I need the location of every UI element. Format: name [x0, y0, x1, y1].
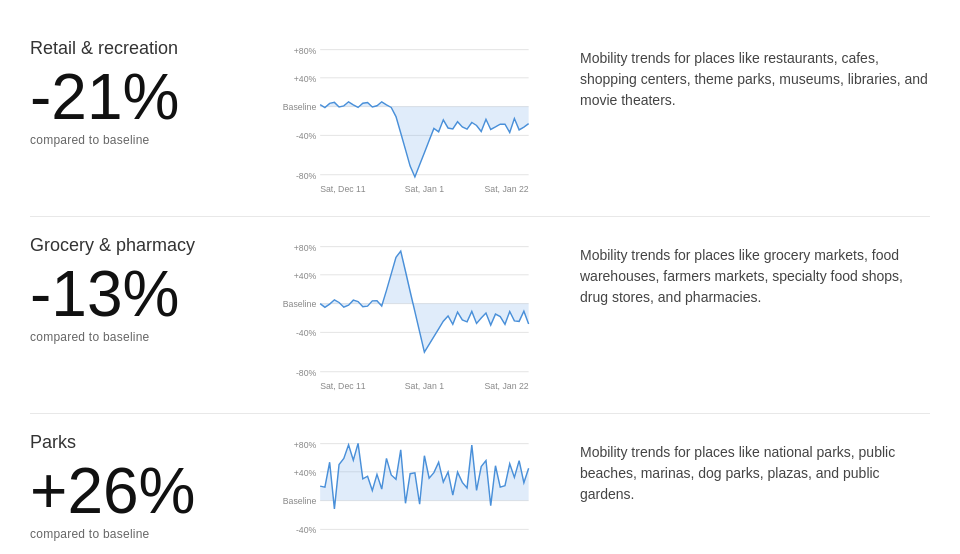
- chart-panel-retail: +80%+40%Baseline-40%-80%Sat, Dec 11Sat, …: [260, 38, 550, 198]
- section-title-grocery: Grocery & pharmacy: [30, 235, 250, 256]
- section-title-parks: Parks: [30, 432, 250, 453]
- chart-svg-retail: +80%+40%Baseline-40%-80%Sat, Dec 11Sat, …: [270, 38, 540, 198]
- svg-text:Sat, Jan 22: Sat, Jan 22: [485, 381, 529, 391]
- main-container: Retail & recreation -21% compared to bas…: [0, 0, 960, 554]
- right-panel-parks: Mobility trends for places like national…: [550, 432, 930, 505]
- compared-label-parks: compared to baseline: [30, 527, 250, 541]
- svg-text:+80%: +80%: [294, 46, 317, 56]
- svg-text:Sat, Jan 1: Sat, Jan 1: [405, 184, 444, 194]
- section-retail: Retail & recreation -21% compared to bas…: [30, 20, 930, 217]
- svg-text:Baseline: Baseline: [283, 299, 317, 309]
- svg-text:+80%: +80%: [294, 243, 317, 253]
- compared-label-retail: compared to baseline: [30, 133, 250, 147]
- chart-wrapper-grocery: +80%+40%Baseline-40%-80%Sat, Dec 11Sat, …: [270, 235, 540, 395]
- percentage-retail: -21%: [30, 65, 250, 129]
- svg-text:+80%: +80%: [294, 440, 317, 450]
- compared-label-grocery: compared to baseline: [30, 330, 250, 344]
- chart-svg-parks: +80%+40%Baseline-40%-80%Sat, Dec 11Sat, …: [270, 432, 540, 554]
- section-title-retail: Retail & recreation: [30, 38, 250, 59]
- chart-wrapper-retail: +80%+40%Baseline-40%-80%Sat, Dec 11Sat, …: [270, 38, 540, 198]
- svg-text:Sat, Dec 11: Sat, Dec 11: [320, 184, 366, 194]
- svg-text:Sat, Dec 11: Sat, Dec 11: [320, 381, 366, 391]
- svg-text:Sat, Jan 22: Sat, Jan 22: [485, 184, 529, 194]
- svg-text:Baseline: Baseline: [283, 496, 317, 506]
- chart-svg-grocery: +80%+40%Baseline-40%-80%Sat, Dec 11Sat, …: [270, 235, 540, 395]
- svg-text:+40%: +40%: [294, 271, 317, 281]
- description-grocery: Mobility trends for places like grocery …: [580, 245, 930, 308]
- right-panel-retail: Mobility trends for places like restaura…: [550, 38, 930, 111]
- section-grocery: Grocery & pharmacy -13% compared to base…: [30, 217, 930, 414]
- svg-text:-40%: -40%: [296, 131, 317, 141]
- chart-wrapper-parks: +80%+40%Baseline-40%-80%Sat, Dec 11Sat, …: [270, 432, 540, 554]
- description-retail: Mobility trends for places like restaura…: [580, 48, 930, 111]
- svg-text:+40%: +40%: [294, 468, 317, 478]
- svg-text:-80%: -80%: [296, 171, 317, 181]
- chart-panel-grocery: +80%+40%Baseline-40%-80%Sat, Dec 11Sat, …: [260, 235, 550, 395]
- right-panel-grocery: Mobility trends for places like grocery …: [550, 235, 930, 308]
- description-parks: Mobility trends for places like national…: [580, 442, 930, 505]
- svg-text:+40%: +40%: [294, 74, 317, 84]
- svg-text:Sat, Jan 1: Sat, Jan 1: [405, 381, 444, 391]
- section-parks: Parks +26% compared to baseline +80%+40%…: [30, 414, 930, 554]
- left-panel-grocery: Grocery & pharmacy -13% compared to base…: [30, 235, 260, 344]
- svg-text:-40%: -40%: [296, 525, 317, 535]
- svg-text:-40%: -40%: [296, 328, 317, 338]
- svg-text:-80%: -80%: [296, 368, 317, 378]
- left-panel-retail: Retail & recreation -21% compared to bas…: [30, 38, 260, 147]
- svg-text:Baseline: Baseline: [283, 102, 317, 112]
- left-panel-parks: Parks +26% compared to baseline: [30, 432, 260, 541]
- percentage-parks: +26%: [30, 459, 250, 523]
- percentage-grocery: -13%: [30, 262, 250, 326]
- chart-panel-parks: +80%+40%Baseline-40%-80%Sat, Dec 11Sat, …: [260, 432, 550, 554]
